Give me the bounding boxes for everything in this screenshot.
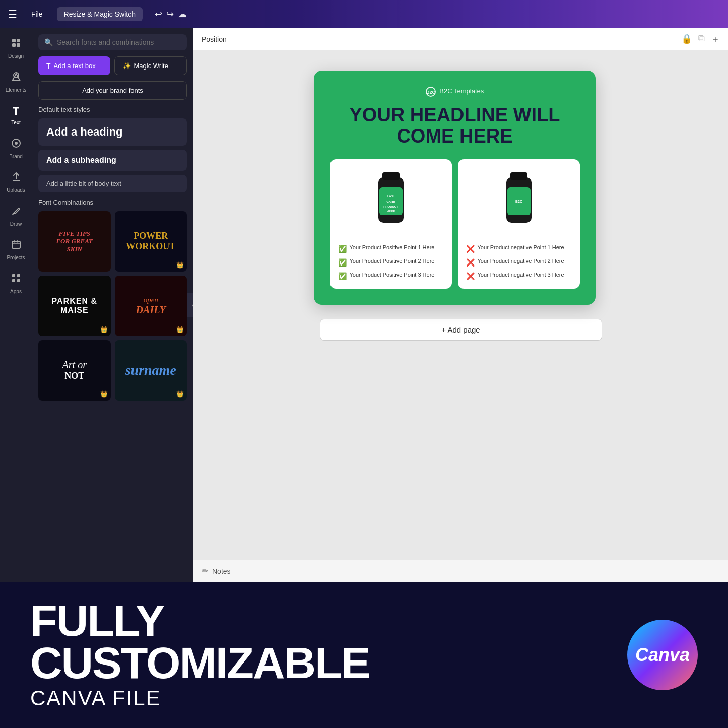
projects-icon bbox=[11, 239, 22, 253]
brand-label: Brand bbox=[9, 154, 23, 159]
brand-fonts-button[interactable]: Add your brand fonts bbox=[38, 81, 187, 100]
font-combo-3[interactable]: PARKEN &MAISE 👑 bbox=[38, 276, 111, 336]
sidebar-item-text[interactable]: T Text bbox=[2, 100, 30, 130]
text-icon: T bbox=[13, 105, 19, 118]
sidebar-item-design[interactable]: Design bbox=[2, 32, 30, 64]
font-combos-grid: FIVE TIPSFOR GREATSKIN POWERWORKOUT 👑 PA… bbox=[38, 211, 187, 401]
svg-text:YOUR: YOUR bbox=[386, 201, 395, 204]
text-panel: 🔍 T Add a text box ✨ Magic Write Add you… bbox=[32, 28, 193, 582]
panel-collapse-button[interactable]: ‹ bbox=[187, 293, 193, 317]
svg-rect-15 bbox=[382, 172, 400, 180]
top-bar: ☰ File Resize & Magic Switch ↩ ↪ ☁ bbox=[0, 0, 728, 28]
combo-text-6: surname bbox=[125, 362, 176, 378]
save-button[interactable]: ☁ bbox=[178, 9, 187, 20]
point-right-1: ❌ Your Product negative Point 1 Here bbox=[466, 244, 572, 253]
sidebar-item-elements[interactable]: Elements bbox=[2, 66, 30, 98]
design-card: B2C B2C Templates YOUR HEADLINE WILL COM… bbox=[314, 71, 608, 347]
promo-text-area: FULLY CUSTOMIZABLE CANVA FILE bbox=[30, 600, 607, 710]
svg-point-6 bbox=[15, 142, 18, 145]
canvas-scroll[interactable]: B2C B2C Templates YOUR HEADLINE WILL COM… bbox=[193, 50, 728, 560]
product-card-left: B2C YOUR PRODUCT HERE ✅ Your bbox=[330, 159, 452, 289]
font-combo-6[interactable]: surname 👑 bbox=[115, 340, 187, 401]
search-input[interactable] bbox=[57, 38, 181, 46]
svg-rect-8 bbox=[12, 274, 15, 277]
uploads-label: Uploads bbox=[7, 187, 25, 193]
promo-title-line1: FULLY bbox=[30, 600, 607, 642]
sidebar-item-brand[interactable]: Brand bbox=[2, 133, 30, 164]
magic-write-button[interactable]: ✨ Magic Write bbox=[114, 56, 187, 75]
combo-text-5: Art orNOT bbox=[62, 359, 87, 381]
crown-icon-4: 👑 bbox=[100, 390, 108, 398]
point-left-2: ✅ Your Product Positive Point 2 Here bbox=[338, 257, 444, 267]
canva-logo: Canva bbox=[627, 620, 698, 690]
product-bottle-left: B2C YOUR PRODUCT HERE bbox=[368, 170, 414, 235]
promo-banner: FULLY CUSTOMIZABLE CANVA FILE Canva bbox=[0, 582, 728, 728]
combo-text-2: POWERWORKOUT bbox=[126, 231, 175, 252]
font-combo-2[interactable]: POWERWORKOUT 👑 bbox=[115, 211, 187, 272]
svg-rect-7 bbox=[12, 241, 20, 248]
duplicate-icon[interactable]: ⧉ bbox=[698, 33, 705, 45]
combo-text-4: openDAILY bbox=[136, 296, 166, 316]
svg-rect-0 bbox=[12, 39, 16, 42]
svg-text:HERE: HERE bbox=[386, 210, 395, 213]
apps-label: Apps bbox=[10, 289, 22, 294]
undo-button[interactable]: ↩ bbox=[155, 9, 162, 20]
add-page-bar: + Add page bbox=[314, 313, 608, 347]
notes-icon: ✏ bbox=[202, 566, 208, 576]
svg-text:B2C: B2C bbox=[387, 194, 394, 198]
sidebar-item-draw[interactable]: Draw bbox=[2, 200, 30, 232]
magic-write-icon: ✨ bbox=[123, 62, 131, 70]
add-icon[interactable]: ＋ bbox=[711, 33, 720, 45]
font-combo-4[interactable]: openDAILY 👑 bbox=[115, 276, 187, 336]
product-card-right: B2C ❌ Your Product negative Point 1 Here bbox=[458, 159, 580, 289]
promo-subtitle: CANVA FILE bbox=[30, 686, 607, 710]
design-label: Design bbox=[8, 53, 24, 59]
add-page-button[interactable]: + Add page bbox=[320, 319, 602, 341]
checkmark-icon-2: ✅ bbox=[338, 258, 347, 267]
point-right-3: ❌ Your Product negative Point 3 Here bbox=[466, 271, 572, 281]
crown-icon-1: 👑 bbox=[176, 261, 184, 269]
product-image-left: B2C YOUR PRODUCT HERE bbox=[338, 167, 444, 238]
product-compare: B2C YOUR PRODUCT HERE ✅ Your bbox=[330, 159, 580, 289]
resize-magic-switch-button[interactable]: Resize & Magic Switch bbox=[57, 7, 143, 21]
svg-rect-10 bbox=[12, 279, 15, 282]
x-icon-2: ❌ bbox=[466, 258, 475, 267]
font-combo-1[interactable]: FIVE TIPSFOR GREATSKIN bbox=[38, 211, 111, 272]
crown-icon-3: 👑 bbox=[176, 326, 184, 333]
search-icon: 🔍 bbox=[44, 38, 53, 46]
sidebar-item-apps[interactable]: Apps bbox=[2, 268, 30, 299]
add-body-button[interactable]: Add a little bit of body text bbox=[38, 175, 187, 192]
x-icon-1: ❌ bbox=[466, 244, 475, 253]
checkmark-icon-1: ✅ bbox=[338, 244, 347, 253]
sidebar-item-projects[interactable]: Projects bbox=[2, 234, 30, 266]
crown-icon-5: 👑 bbox=[176, 390, 184, 398]
svg-rect-3 bbox=[17, 43, 20, 47]
notes-label[interactable]: Notes bbox=[212, 567, 231, 575]
svg-rect-11 bbox=[17, 279, 20, 282]
file-menu[interactable]: File bbox=[25, 7, 49, 21]
svg-rect-1 bbox=[17, 39, 20, 42]
combo-text-3: PARKEN &MAISE bbox=[52, 297, 97, 315]
redo-button[interactable]: ↪ bbox=[166, 9, 174, 20]
product-image-right: B2C bbox=[466, 167, 572, 238]
add-heading-button[interactable]: Add a heading bbox=[38, 118, 187, 146]
combo-text-1: FIVE TIPSFOR GREATSKIN bbox=[56, 230, 93, 253]
elements-label: Elements bbox=[6, 87, 27, 93]
svg-text:B2C: B2C bbox=[515, 200, 522, 203]
apps-icon bbox=[11, 273, 22, 287]
icon-sidebar: Design Elements T Text Brand Uploads bbox=[0, 28, 32, 582]
svg-rect-9 bbox=[17, 274, 20, 277]
brand-logo: B2C B2C Templates bbox=[330, 87, 580, 97]
font-combo-5[interactable]: Art orNOT 👑 bbox=[38, 340, 111, 401]
x-icon-3: ❌ bbox=[466, 272, 475, 281]
menu-icon[interactable]: ☰ bbox=[8, 8, 17, 20]
design-template[interactable]: B2C B2C Templates YOUR HEADLINE WILL COM… bbox=[314, 71, 596, 305]
main-layout: Design Elements T Text Brand Uploads bbox=[0, 28, 728, 582]
product-points-right: ❌ Your Product negative Point 1 Here ❌ Y… bbox=[466, 244, 572, 281]
position-bar: Position 🔒 ⧉ ＋ bbox=[193, 28, 728, 50]
add-text-box-button[interactable]: T Add a text box bbox=[38, 56, 110, 75]
lock-icon[interactable]: 🔒 bbox=[681, 33, 692, 45]
sidebar-item-uploads[interactable]: Uploads bbox=[2, 166, 30, 198]
text-label: Text bbox=[11, 120, 20, 125]
add-subheading-button[interactable]: Add a subheading bbox=[38, 150, 187, 171]
